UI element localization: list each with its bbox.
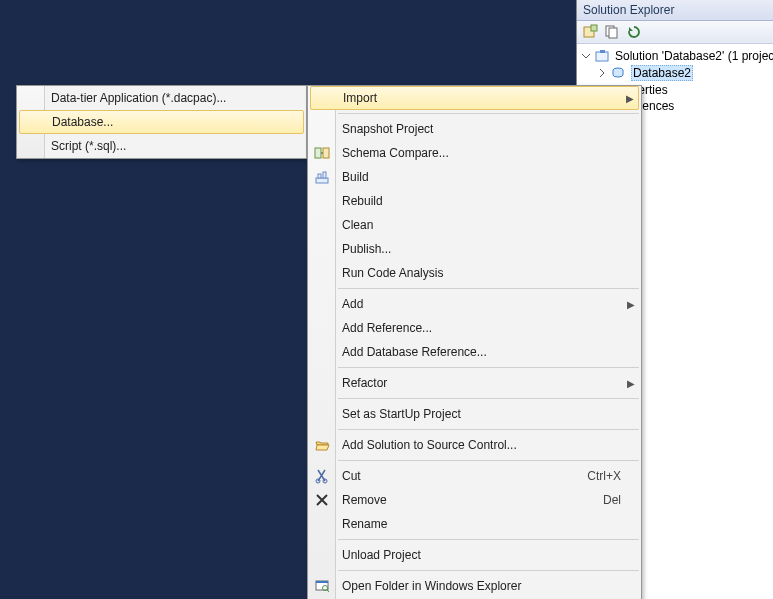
blank-icon xyxy=(312,545,332,565)
context-menu-item[interactable]: Unload Project xyxy=(308,543,641,567)
context-menu-item[interactable]: Publish... xyxy=(308,237,641,261)
context-menu-item[interactable]: Refactor▶ xyxy=(308,371,641,395)
expander-icon[interactable] xyxy=(597,68,607,78)
menu-item-label: Cut xyxy=(342,469,361,483)
blank-icon xyxy=(312,373,332,393)
tree-node-label: Solution 'Database2' (1 project xyxy=(615,49,773,63)
menu-item-label: Unload Project xyxy=(342,548,421,562)
menu-item-label: Clean xyxy=(342,218,373,232)
menu-item-label: Rebuild xyxy=(342,194,383,208)
menu-separator xyxy=(338,460,639,461)
expander-icon[interactable] xyxy=(581,51,591,61)
blank-icon xyxy=(312,318,332,338)
blank-icon xyxy=(312,191,332,211)
build-icon xyxy=(312,167,332,187)
blank-icon xyxy=(312,119,332,139)
blank-icon xyxy=(313,89,333,109)
solution-explorer-toolbar xyxy=(577,21,773,44)
menu-item-icon xyxy=(21,88,41,108)
menu-item-label: Add Database Reference... xyxy=(342,345,487,359)
submenu-arrow-icon: ▶ xyxy=(627,299,635,310)
menu-item-label: Data-tier Application (*.dacpac)... xyxy=(51,91,226,105)
import-submenu-item[interactable]: Database... xyxy=(19,110,304,134)
import-submenu-item[interactable]: Data-tier Application (*.dacpac)... xyxy=(17,86,306,110)
refresh-icon[interactable] xyxy=(625,23,643,41)
compare-icon xyxy=(312,143,332,163)
context-menu-item[interactable]: Open Folder in Windows Explorer xyxy=(308,574,641,598)
context-menu-item[interactable]: Set as StartUp Project xyxy=(308,402,641,426)
context-menu-item[interactable]: Run Code Analysis xyxy=(308,261,641,285)
explorer-icon xyxy=(312,576,332,596)
blank-icon xyxy=(312,215,332,235)
menu-item-label: Remove xyxy=(342,493,387,507)
menu-item-label: Set as StartUp Project xyxy=(342,407,461,421)
menu-shortcut: Del xyxy=(563,493,621,507)
cut-icon xyxy=(312,466,332,486)
blank-icon xyxy=(312,404,332,424)
context-menu-item[interactable]: Rename xyxy=(308,512,641,536)
menu-item-label: Rename xyxy=(342,517,387,531)
svg-rect-5 xyxy=(600,50,605,53)
menu-item-label: Add Reference... xyxy=(342,321,432,335)
context-menu-item[interactable]: Add▶ xyxy=(308,292,641,316)
tree-solution-node[interactable]: Solution 'Database2' (1 project xyxy=(579,48,771,64)
context-menu-item[interactable]: Add Solution to Source Control... xyxy=(308,433,641,457)
menu-separator xyxy=(338,398,639,399)
blank-icon xyxy=(312,514,332,534)
menu-separator xyxy=(338,113,639,114)
properties-icon[interactable] xyxy=(581,23,599,41)
context-menu-item[interactable]: CutCtrl+X xyxy=(308,464,641,488)
show-all-files-icon[interactable] xyxy=(603,23,621,41)
folder-open-icon xyxy=(312,435,332,455)
solution-icon xyxy=(595,49,611,63)
menu-item-label: Script (*.sql)... xyxy=(51,139,126,153)
menu-item-label: Add xyxy=(342,297,363,311)
menu-item-label: Refactor xyxy=(342,376,387,390)
remove-icon xyxy=(312,490,332,510)
menu-item-label: Open Folder in Windows Explorer xyxy=(342,579,521,593)
menu-item-icon xyxy=(21,136,41,156)
menu-separator xyxy=(338,570,639,571)
menu-item-icon xyxy=(22,113,42,133)
svg-rect-15 xyxy=(316,581,328,583)
menu-separator xyxy=(338,288,639,289)
blank-icon xyxy=(312,239,332,259)
menu-item-label: Add Solution to Source Control... xyxy=(342,438,517,452)
context-menu-item[interactable]: Snapshot Project xyxy=(308,117,641,141)
menu-separator xyxy=(338,539,639,540)
menu-separator xyxy=(338,367,639,368)
context-menu-item[interactable]: Schema Compare... xyxy=(308,141,641,165)
menu-item-label: Import xyxy=(343,91,377,105)
menu-item-label: Database... xyxy=(52,115,113,129)
import-submenu-item[interactable]: Script (*.sql)... xyxy=(17,134,306,158)
context-menu-item[interactable]: Build xyxy=(308,165,641,189)
svg-rect-7 xyxy=(315,148,321,158)
svg-rect-9 xyxy=(316,178,328,183)
menu-item-label: Run Code Analysis xyxy=(342,266,443,280)
context-menu-item[interactable]: Import▶ xyxy=(310,86,639,110)
database-project-icon xyxy=(611,66,627,80)
svg-rect-10 xyxy=(318,174,321,178)
context-menu-item[interactable]: Add Database Reference... xyxy=(308,340,641,364)
context-menu-item[interactable]: Rebuild xyxy=(308,189,641,213)
menu-item-label: Build xyxy=(342,170,369,184)
menu-item-label: Snapshot Project xyxy=(342,122,433,136)
context-menu-item[interactable]: Add Reference... xyxy=(308,316,641,340)
menu-shortcut: Ctrl+X xyxy=(547,469,621,483)
svg-rect-8 xyxy=(323,148,329,158)
menu-item-label: Schema Compare... xyxy=(342,146,449,160)
blank-icon xyxy=(312,294,332,314)
submenu-arrow-icon: ▶ xyxy=(627,378,635,389)
import-submenu: Data-tier Application (*.dacpac)...Datab… xyxy=(16,85,307,159)
svg-rect-3 xyxy=(609,28,617,38)
svg-rect-1 xyxy=(591,25,597,31)
project-context-menu: Import▶Snapshot ProjectSchema Compare...… xyxy=(307,85,642,599)
solution-explorer-title: Solution Explorer xyxy=(577,0,773,21)
blank-icon xyxy=(312,342,332,362)
blank-icon xyxy=(312,263,332,283)
context-menu-item[interactable]: Clean xyxy=(308,213,641,237)
tree-project-node[interactable]: Database2 xyxy=(579,64,771,82)
svg-rect-4 xyxy=(596,52,608,61)
tree-node-label: Database2 xyxy=(631,65,693,81)
context-menu-item[interactable]: RemoveDel xyxy=(308,488,641,512)
